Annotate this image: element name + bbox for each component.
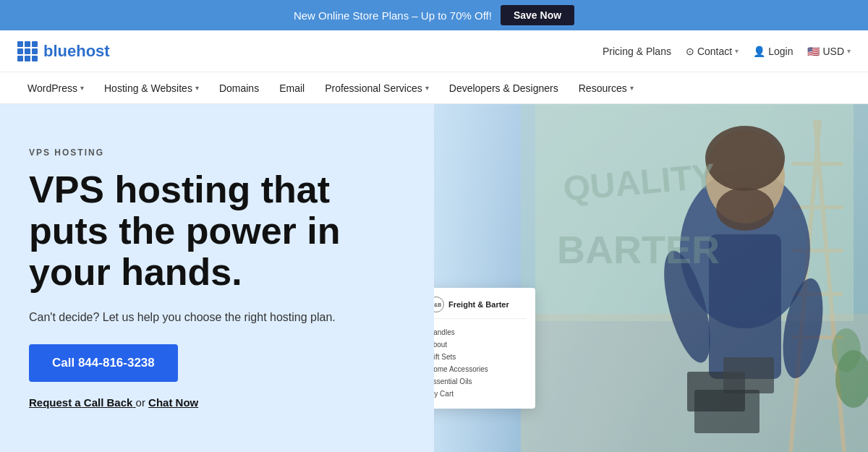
fb-brand-name: Freight & Barter xyxy=(448,300,509,309)
fb-menu-about: About xyxy=(434,338,527,351)
fb-menu-my-cart: My Cart xyxy=(434,388,527,400)
header-right: Pricing & Plans ⊙ Contact ▾ 👤 Login 🇺🇸 U… xyxy=(603,46,851,57)
nav-item-wordpress[interactable]: WordPress ▾ xyxy=(17,72,94,104)
nav-item-developers[interactable]: Developers & Designers xyxy=(439,72,569,104)
professional-chevron-icon: ▾ xyxy=(425,84,429,92)
svg-text:BARTER: BARTER xyxy=(557,228,720,271)
chat-now-link[interactable]: Chat Now xyxy=(148,396,198,409)
nav-label-wordpress: WordPress xyxy=(27,82,77,94)
contact-chevron-icon: ▾ xyxy=(735,47,739,55)
hero-image: F&B Freight & Barter Candles About Gift … xyxy=(434,104,868,452)
hosting-chevron-icon: ▾ xyxy=(195,84,199,92)
svg-point-6 xyxy=(716,187,774,231)
fb-logo-area: F&B Freight & Barter xyxy=(434,297,527,319)
hero-content: VPS HOSTING VPS hosting that puts the po… xyxy=(0,104,434,452)
currency-link[interactable]: 🇺🇸 USD ▾ xyxy=(807,46,851,57)
hero-eyebrow: VPS HOSTING xyxy=(29,148,405,158)
nav-label-developers: Developers & Designers xyxy=(449,82,558,94)
nav-label-hosting: Hosting & Websites xyxy=(104,82,192,94)
nav-list: WordPress ▾ Hosting & Websites ▾ Domains… xyxy=(17,72,644,104)
svg-point-14 xyxy=(832,328,861,372)
call-button[interactable]: Call 844-816-3238 xyxy=(29,344,178,382)
contact-link[interactable]: ⊙ Contact ▾ xyxy=(686,46,739,57)
fb-menu-home-accessories: Home Accessories xyxy=(434,363,527,375)
pricing-plans-link[interactable]: Pricing & Plans xyxy=(603,46,671,57)
banner-text: New Online Store Plans – Up to 70% Off! xyxy=(294,9,492,22)
person-silhouette: QUALITY BARTER xyxy=(521,104,868,452)
logo-text: bluehost xyxy=(43,42,110,61)
nav-label-professional-services: Professional Services xyxy=(325,82,422,94)
login-label: Login xyxy=(768,46,793,57)
hero-subtitle: Can't decide? Let us help you choose the… xyxy=(29,311,405,324)
request-callback-link[interactable]: Request a Call Back xyxy=(29,396,136,409)
contact-label: Contact xyxy=(697,46,732,57)
nav-item-hosting[interactable]: Hosting & Websites ▾ xyxy=(94,72,209,104)
fb-logo-icon: F&B xyxy=(434,297,444,312)
fb-initials: F&B xyxy=(434,302,441,307)
nav-label-domains: Domains xyxy=(219,82,259,94)
wordpress-chevron-icon: ▾ xyxy=(80,84,84,92)
login-link[interactable]: 👤 Login xyxy=(753,46,793,57)
svg-point-5 xyxy=(705,126,785,191)
nav-label-email: Email xyxy=(279,82,305,94)
currency-label: USD xyxy=(822,46,844,57)
fb-menu-gift-sets: Gift Sets xyxy=(434,351,527,363)
pricing-plans-label: Pricing & Plans xyxy=(603,46,671,57)
nav-item-domains[interactable]: Domains xyxy=(209,72,269,104)
login-icon: 👤 xyxy=(753,46,765,57)
logo-area[interactable]: bluehost xyxy=(17,41,110,61)
logo-grid-icon xyxy=(17,41,38,61)
request-callback-label: Request a Call Back xyxy=(29,396,132,409)
flag-icon: 🇺🇸 xyxy=(807,46,820,57)
svg-rect-11 xyxy=(723,357,774,393)
chat-now-label: Chat Now xyxy=(148,396,198,409)
hero-section: VPS HOSTING VPS hosting that puts the po… xyxy=(0,104,868,452)
header: bluehost Pricing & Plans ⊙ Contact ▾ 👤 L… xyxy=(0,30,868,72)
hero-links: Request a Call Back or Chat Now xyxy=(29,396,405,409)
hero-title: VPS hosting that puts the power in your … xyxy=(29,169,405,294)
link-separator: or xyxy=(136,396,149,409)
top-banner: New Online Store Plans – Up to 70% Off! … xyxy=(0,0,868,30)
main-nav: WordPress ▾ Hosting & Websites ▾ Domains… xyxy=(0,72,868,104)
svg-rect-12 xyxy=(694,390,760,433)
freight-barter-card: F&B Freight & Barter Candles About Gift … xyxy=(434,288,535,409)
nav-item-professional-services[interactable]: Professional Services ▾ xyxy=(315,72,439,104)
contact-icon: ⊙ xyxy=(686,46,694,57)
save-now-button[interactable]: Save Now xyxy=(501,5,574,25)
nav-item-resources[interactable]: Resources ▾ xyxy=(569,72,644,104)
nav-item-email[interactable]: Email xyxy=(269,72,315,104)
currency-chevron-icon: ▾ xyxy=(847,47,851,55)
fb-menu-candles: Candles xyxy=(434,326,527,338)
resources-chevron-icon: ▾ xyxy=(630,84,634,92)
nav-label-resources: Resources xyxy=(579,82,627,94)
fb-menu-essential-oils: Essential Oils xyxy=(434,375,527,388)
